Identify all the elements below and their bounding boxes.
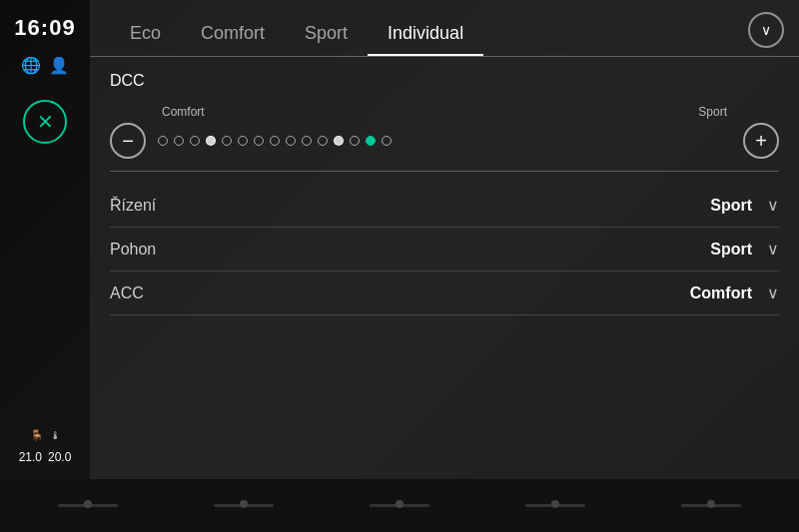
bottom-control-4[interactable] xyxy=(525,504,585,507)
divider-1 xyxy=(110,171,779,172)
acc-value: Comfort xyxy=(690,284,752,302)
close-icon: ✕ xyxy=(37,110,54,134)
bottom-control-5[interactable] xyxy=(681,504,741,507)
dcc-title: DCC xyxy=(110,72,779,90)
tab-sport[interactable]: Sport xyxy=(285,15,368,56)
dcc-labels: Comfort Sport xyxy=(110,105,779,119)
dot-13 xyxy=(350,136,360,146)
dcc-control: − + xyxy=(110,123,779,159)
left-panel: 16:09 🌐 👤 ✕ 🪑 🌡 21.0 20.0 xyxy=(0,0,90,479)
seat-controls: 🪑 🌡 xyxy=(30,429,61,442)
dcc-dots xyxy=(158,136,731,146)
main-panel: Eco Comfort Sport Individual ∨ DCC Comfo… xyxy=(90,0,799,479)
dcc-sport-label: Sport xyxy=(698,105,727,119)
collapse-button[interactable]: ∨ xyxy=(748,12,784,48)
bottom-control-1[interactable] xyxy=(58,504,118,507)
bottom-slider-4[interactable] xyxy=(525,504,585,507)
content-area: DCC Comfort Sport − xyxy=(90,57,799,330)
rizeni-value: Sport xyxy=(710,197,752,215)
dot-10 xyxy=(302,136,312,146)
rizeni-row[interactable]: Řízení Sport ∨ xyxy=(110,184,779,228)
dot-14 xyxy=(366,136,376,146)
rizeni-value-area: Sport ∨ xyxy=(710,196,779,215)
rizeni-label: Řízení xyxy=(110,197,156,215)
dot-9 xyxy=(286,136,296,146)
bottom-slider-1[interactable] xyxy=(58,504,118,507)
dot-5 xyxy=(222,136,232,146)
minus-icon: − xyxy=(122,130,134,153)
temperature-display: 21.0 20.0 xyxy=(19,450,72,464)
globe-icon: 🌐 xyxy=(21,56,41,75)
dcc-comfort-label: Comfort xyxy=(162,105,205,119)
acc-row[interactable]: ACC Comfort ∨ xyxy=(110,271,779,315)
dot-11 xyxy=(318,136,328,146)
acc-chevron-icon: ∨ xyxy=(767,283,779,302)
dot-6 xyxy=(238,136,248,146)
dcc-minus-button[interactable]: − xyxy=(110,123,146,159)
dot-1 xyxy=(158,136,168,146)
pohon-row[interactable]: Pohon Sport ∨ xyxy=(110,228,779,271)
bottom-icons-area: 🪑 🌡 21.0 20.0 xyxy=(19,429,72,464)
pohon-value-area: Sport ∨ xyxy=(710,240,779,259)
temp-left: 21.0 xyxy=(19,450,42,464)
tab-individual[interactable]: Individual xyxy=(368,15,483,56)
person-icon: 👤 xyxy=(49,56,69,75)
rizeni-chevron-icon: ∨ xyxy=(767,196,779,215)
top-icons: 🌐 👤 xyxy=(21,56,69,75)
dot-3 xyxy=(190,136,200,146)
plus-icon: + xyxy=(755,130,767,153)
bottom-slider-5[interactable] xyxy=(681,504,741,507)
tab-bar: Eco Comfort Sport Individual ∨ xyxy=(90,0,799,57)
bottom-control-2[interactable] xyxy=(214,504,274,507)
tab-eco[interactable]: Eco xyxy=(110,15,181,56)
pohon-chevron-icon: ∨ xyxy=(767,240,779,259)
bottom-bar xyxy=(0,479,799,532)
dot-2 xyxy=(174,136,184,146)
dot-8 xyxy=(270,136,280,146)
pohon-value: Sport xyxy=(710,241,752,259)
bottom-slider-2[interactable] xyxy=(214,504,274,507)
pohon-label: Pohon xyxy=(110,241,156,259)
close-button[interactable]: ✕ xyxy=(23,100,67,144)
chevron-down-icon: ∨ xyxy=(761,22,771,38)
heat-icon: 🌡 xyxy=(50,429,61,442)
bottom-slider-3[interactable] xyxy=(370,504,429,507)
temp-right: 20.0 xyxy=(48,450,71,464)
tab-comfort[interactable]: Comfort xyxy=(181,15,285,56)
dcc-plus-button[interactable]: + xyxy=(743,123,779,159)
acc-label: ACC xyxy=(110,284,144,302)
dot-4 xyxy=(206,136,216,146)
acc-value-area: Comfort ∨ xyxy=(690,283,779,302)
seat-icon: 🪑 xyxy=(30,429,44,442)
dot-7 xyxy=(254,136,264,146)
clock-display: 16:09 xyxy=(14,15,75,41)
bottom-control-3[interactable] xyxy=(370,504,429,507)
dot-15 xyxy=(382,136,392,146)
dot-12 xyxy=(334,136,344,146)
